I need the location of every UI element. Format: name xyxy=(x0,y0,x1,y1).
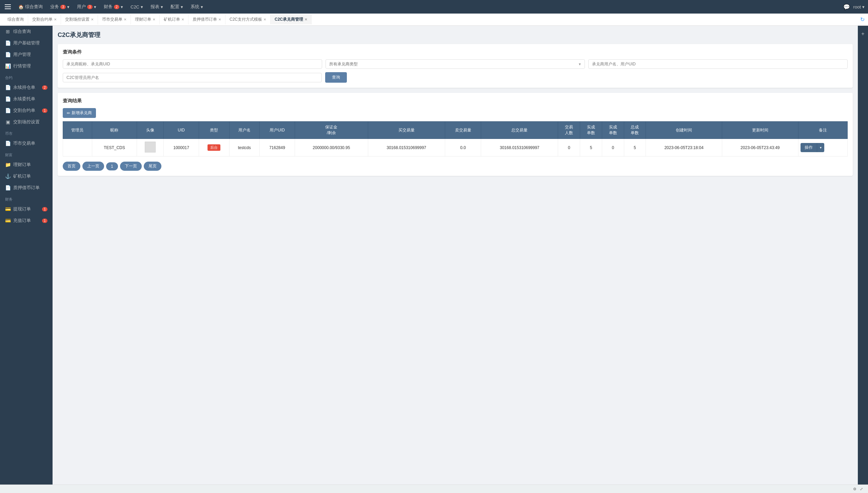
merchant-user-uid-input[interactable] xyxy=(588,59,848,69)
col-created-time: 创建时间 xyxy=(646,122,722,139)
tab-理财订单[interactable]: 理财订单 ✕ xyxy=(131,15,160,24)
sidebar-item-永续委托单[interactable]: 📄 永续委托单 xyxy=(0,93,53,105)
nav-config[interactable]: 配置 ▾ xyxy=(168,2,186,11)
tab-close-C2C支付方式模板[interactable]: ✕ xyxy=(263,18,266,21)
folder-icon: 📁 xyxy=(5,162,11,167)
cell-total-completed: 5 xyxy=(624,139,646,157)
nav-finance[interactable]: 财务 2 ▾ xyxy=(101,2,126,11)
col-username: 用户名 xyxy=(229,122,259,139)
sidebar-item-质押借币订单[interactable]: 📄 质押借币订单 xyxy=(0,182,53,193)
results-card: 查询结果 ✏ 新增承兑商 管理员 昵称 头像 UID 类型 用户名 用户 xyxy=(58,93,853,176)
sidebar-item-币市交易单[interactable]: 📄 币市交易单 xyxy=(0,138,53,149)
search-button[interactable]: 查询 xyxy=(325,72,347,83)
last-page-button[interactable]: 尾页 xyxy=(144,162,161,171)
col-updated-time: 更新时间 xyxy=(722,122,798,139)
tab-bar: 综合查询 交割合约单 ✕ 交割场控设置 ✕ 币市交易单 ✕ 理财订单 ✕ 矿机订… xyxy=(0,14,868,26)
nav-right: 💬 root ▾ xyxy=(843,4,865,10)
充值订单-badge: 1 xyxy=(42,219,47,223)
sidebar-item-永续持仓单[interactable]: 📄 永续持仓单 2 xyxy=(0,82,53,93)
col-total-completed: 总成单数 xyxy=(624,122,646,139)
col-margin: 保证金/剩余 xyxy=(295,122,368,139)
sidebar-item-行情管理[interactable]: 📊 行情管理 xyxy=(0,60,53,72)
doc-icon7: 📄 xyxy=(5,185,11,190)
交割合约单-badge: 1 xyxy=(42,108,47,113)
tab-close-质押借币订单[interactable]: ✕ xyxy=(218,18,221,21)
tab-交割合约单[interactable]: 交割合约单 ✕ xyxy=(28,15,61,24)
sidebar-item-矿机订单[interactable]: ⚓ 矿机订单 xyxy=(0,170,53,182)
提现订单-badge: 1 xyxy=(42,207,47,211)
cell-username: testcds xyxy=(229,139,259,157)
card-icon2: 💳 xyxy=(5,218,11,223)
type-badge: 后台 xyxy=(208,144,220,151)
settings-icon[interactable]: ⚙ xyxy=(853,487,856,491)
sidebar-item-用户管理[interactable]: 📄 用户管理 xyxy=(0,49,53,60)
section-label-合约: 合约 xyxy=(0,72,53,82)
action-button[interactable]: 操作 xyxy=(801,143,817,152)
admin-username-input[interactable] xyxy=(63,73,322,82)
cell-admin xyxy=(63,139,92,157)
tab-close-C2C承兑商管理[interactable]: ✕ xyxy=(304,18,307,21)
sidebar-item-交割场控设置[interactable]: ▣ 交割场控设置 xyxy=(0,116,53,128)
merchant-name-uid-input[interactable] xyxy=(63,59,322,69)
nav-business[interactable]: 业务 3 ▾ xyxy=(47,2,72,11)
action-dropdown-button[interactable]: ▾ xyxy=(817,143,824,152)
nav-home[interactable]: 🏠 综合查询 xyxy=(16,2,45,11)
section-label-财富: 财富 xyxy=(0,149,53,159)
col-total-volume: 总交易量 xyxy=(481,122,558,139)
nav-c2c[interactable]: C2C ▾ xyxy=(128,3,146,11)
tab-矿机订单[interactable]: 矿机订单 ✕ xyxy=(160,15,189,24)
doc-icon3: 📄 xyxy=(5,85,11,90)
anchor-icon: ⚓ xyxy=(5,173,11,179)
current-page-button[interactable]: 1 xyxy=(106,162,118,170)
sidebar-item-充值订单[interactable]: 💳 充值订单 1 xyxy=(0,215,53,226)
tab-C2C支付方式模板[interactable]: C2C支付方式模板 ✕ xyxy=(225,15,271,24)
sidebar-item-提现订单[interactable]: 💳 提现订单 1 xyxy=(0,203,53,215)
plus-icon[interactable]: + xyxy=(860,29,866,39)
tab-close-矿机订单[interactable]: ✕ xyxy=(181,18,184,21)
tab-close-交割场控设置[interactable]: ✕ xyxy=(91,18,94,21)
cell-avatar xyxy=(137,139,164,157)
business-badge: 3 xyxy=(60,5,66,9)
content-area: C2C承兑商管理 查询条件 所有承兑商类型 xyxy=(53,26,858,485)
edit-icon: ✏ xyxy=(67,111,70,116)
nav-report[interactable]: 报表 ▾ xyxy=(148,2,166,11)
tab-close-理财订单[interactable]: ✕ xyxy=(153,18,155,21)
sidebar-item-理财订单[interactable]: 📁 理财订单 xyxy=(0,159,53,170)
expand-icon[interactable]: ⤢ xyxy=(860,487,863,491)
cell-type: 后台 xyxy=(199,139,229,157)
finance-badge: 2 xyxy=(114,5,119,9)
sidebar-item-综合查询[interactable]: ⊞ 综合查询 xyxy=(0,26,53,37)
table-row: TEST_CDS 1000017 后台 testcds 7162849 2000… xyxy=(63,139,848,157)
first-page-button[interactable]: 首页 xyxy=(63,162,80,171)
merchant-type-group: 所有承兑商类型 xyxy=(326,59,585,69)
tab-币市交易单[interactable]: 币市交易单 ✕ xyxy=(98,15,131,24)
col-admin: 管理员 xyxy=(63,122,92,139)
merchant-type-select[interactable]: 所有承兑商类型 xyxy=(326,59,585,69)
user-menu[interactable]: root ▾ xyxy=(853,4,865,9)
doc-icon2: 📄 xyxy=(5,52,11,57)
sidebar-item-交割合约单[interactable]: 📄 交割合约单 1 xyxy=(0,105,53,116)
col-uid: UID xyxy=(163,122,199,139)
next-page-button[interactable]: 下一页 xyxy=(120,162,142,171)
prev-page-button[interactable]: 上一页 xyxy=(82,162,104,171)
chat-icon[interactable]: 💬 xyxy=(843,4,850,10)
cell-nickname: TEST_CDS xyxy=(92,139,137,157)
add-merchant-button[interactable]: ✏ 新增承兑商 xyxy=(63,108,96,118)
tab-质押借币订单[interactable]: 质押借币订单 ✕ xyxy=(189,15,225,24)
tab-refresh-icon[interactable]: ↻ xyxy=(860,16,865,23)
col-avatar: 头像 xyxy=(137,122,164,139)
tab-C2C承兑商管理[interactable]: C2C承兑商管理 ✕ xyxy=(271,15,312,24)
home-icon: 🏠 xyxy=(18,4,24,9)
pagination: 首页 上一页 1 下一页 尾页 xyxy=(63,162,848,171)
col-completed2: 实成单数 xyxy=(602,122,624,139)
grid-icon2: ▣ xyxy=(5,119,11,125)
tab-交割场控设置[interactable]: 交割场控设置 ✕ xyxy=(61,15,98,24)
tab-综合查询[interactable]: 综合查询 xyxy=(3,15,28,24)
menu-toggle[interactable] xyxy=(3,2,14,12)
tab-close-交割合约单[interactable]: ✕ xyxy=(54,18,57,21)
nav-user[interactable]: 用户 3 ▾ xyxy=(74,2,99,11)
tab-close-币市交易单[interactable]: ✕ xyxy=(124,18,126,21)
merchant-table: 管理员 昵称 头像 UID 类型 用户名 用户UID 保证金/剩余 买交易量 卖… xyxy=(63,121,848,157)
sidebar-item-用户基础管理[interactable]: 📄 用户基础管理 xyxy=(0,37,53,49)
nav-system[interactable]: 系统 ▾ xyxy=(188,2,206,11)
